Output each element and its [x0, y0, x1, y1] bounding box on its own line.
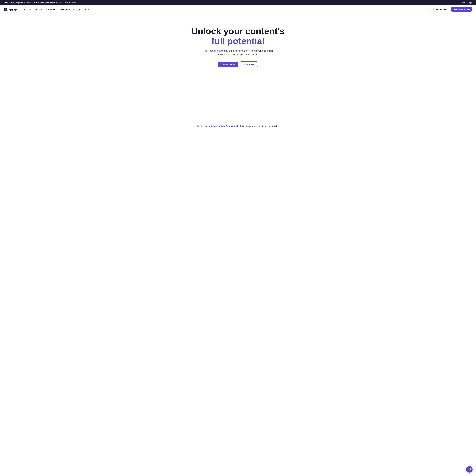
try-for-free-button[interactable]: Try for free [240, 62, 258, 68]
hero-subtitle-prefix: The [203, 50, 207, 52]
hero-title-line1: Unlock your content's [191, 26, 285, 36]
nav-item-solutions-label: Solutions [34, 8, 42, 10]
hero-visual-spacer [0, 78, 476, 120]
announcement-text: Easily restore your project to a previou… [4, 2, 78, 4]
announcement-links: Docs Login [461, 2, 472, 4]
nav-item-solutions[interactable]: Solutions ▾ [33, 7, 45, 11]
solutions-chevron-icon: ▾ [42, 9, 43, 10]
trusted-suffix: to deliver content for more than just we… [237, 125, 279, 127]
partners-chevron-icon: ▾ [81, 9, 81, 10]
try-hygraph-button[interactable]: Try Hygraph for free [451, 7, 472, 12]
contact-sales-button[interactable]: Contact sales [218, 62, 238, 67]
nav-item-developers-label: Developers [60, 8, 69, 10]
logo[interactable]: hygraph [4, 8, 18, 11]
hero-title-line2: full potential [211, 36, 265, 46]
docs-link[interactable]: Docs [461, 2, 465, 4]
announcement-message: Easily restore your project to a previou… [4, 2, 76, 4]
resources-chevron-icon: ▾ [55, 9, 56, 10]
logo-text: hygraph [8, 8, 18, 11]
announcement-arrow: → [77, 2, 78, 4]
navbar: hygraph Product ▾ Solutions ▾ Resources … [0, 5, 476, 13]
developers-chevron-icon: ▾ [69, 9, 70, 10]
nav-item-partners[interactable]: Partners ▾ [72, 7, 83, 11]
hero-subtitle: The Headless CMS that simplifies complex… [202, 49, 274, 56]
login-link[interactable]: Login [468, 2, 472, 4]
trusted-highlight: engineers and content teams [207, 125, 237, 127]
nav-item-product-label: Product [24, 8, 30, 10]
navbar-nav: Product ▾ Solutions ▾ Resources ▾ Develo… [22, 7, 427, 11]
nav-item-developers[interactable]: Developers ▾ [58, 7, 71, 11]
announcement-bar: Easily restore your project to a previou… [0, 0, 476, 5]
trusted-prefix: Trusted by [197, 125, 207, 127]
product-chevron-icon: ▾ [30, 9, 31, 10]
search-icon [429, 8, 431, 11]
nav-item-pricing[interactable]: Pricing [83, 7, 92, 11]
search-button[interactable] [427, 7, 432, 12]
trusted-section: Trusted by engineers and content teams t… [0, 120, 476, 131]
hero-subtitle-suffix: that simplifies complexity for demanding… [217, 50, 273, 56]
hero-title: Unlock your content's full potential [191, 26, 285, 46]
hero-section: Unlock your content's full potential The… [0, 13, 476, 78]
nav-item-resources[interactable]: Resources ▾ [45, 7, 58, 11]
nav-item-pricing-label: Pricing [85, 8, 90, 10]
svg-line-2 [430, 10, 431, 10]
navbar-actions: Request demo Try Hygraph for free [427, 7, 472, 12]
chat-button[interactable] [466, 466, 473, 473]
svg-point-1 [429, 9, 430, 10]
nav-item-resources-label: Resources [47, 8, 55, 10]
chat-icon [468, 468, 471, 471]
nav-item-product[interactable]: Product ▾ [22, 7, 33, 11]
request-demo-button[interactable]: Request demo [433, 7, 449, 12]
hero-ctas: Contact sales Try for free [218, 62, 258, 68]
logo-icon [4, 8, 7, 11]
headless-cms-link[interactable]: Headless CMS [208, 50, 224, 52]
nav-item-partners-label: Partners [73, 8, 80, 10]
